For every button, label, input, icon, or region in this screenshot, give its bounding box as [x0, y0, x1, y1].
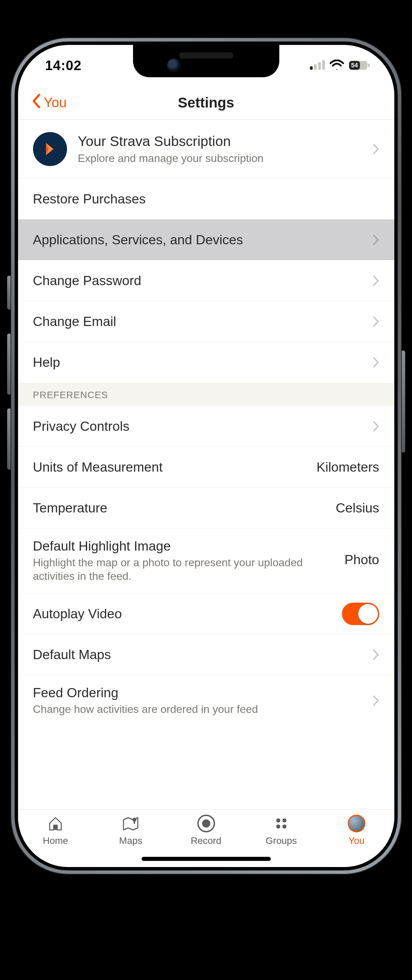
- row-temperature-value: Celsius: [336, 501, 379, 515]
- tab-record-label: Record: [191, 835, 221, 846]
- row-highlight-value: Photo: [345, 539, 379, 567]
- svg-rect-0: [310, 66, 313, 70]
- settings-list[interactable]: Your Strava Subscription Explore and man…: [18, 120, 394, 809]
- chevron-right-icon: [367, 356, 379, 368]
- autoplay-toggle[interactable]: [342, 603, 379, 625]
- row-subscription[interactable]: Your Strava Subscription Explore and man…: [18, 120, 394, 179]
- row-subscription-title: Your Strava Subscription: [78, 134, 360, 150]
- toggle-knob: [358, 604, 378, 624]
- tab-home-label: Home: [43, 835, 68, 846]
- row-help-title: Help: [33, 355, 360, 370]
- row-email-title: Change Email: [33, 314, 360, 329]
- chevron-left-icon: [32, 94, 41, 111]
- row-feed-ordering-title: Feed Ordering: [33, 685, 360, 700]
- back-label: You: [44, 95, 67, 110]
- maps-icon: [121, 814, 140, 833]
- svg-point-10: [202, 819, 210, 827]
- chevron-right-icon: [367, 275, 379, 286]
- svg-rect-6: [368, 64, 370, 67]
- svg-rect-1: [314, 64, 317, 70]
- row-default-maps[interactable]: Default Maps: [18, 634, 394, 675]
- page-title: Settings: [178, 95, 234, 111]
- battery-icon: 54: [349, 60, 371, 71]
- row-restore-purchases[interactable]: Restore Purchases: [18, 179, 394, 220]
- status-time: 14:02: [45, 58, 82, 73]
- svg-point-11: [276, 818, 280, 822]
- svg-rect-2: [318, 62, 321, 70]
- row-default-maps-title: Default Maps: [33, 647, 360, 662]
- row-units-title: Units of Measurement: [33, 460, 310, 475]
- row-temperature-title: Temperature: [33, 501, 329, 515]
- row-subscription-subtitle: Explore and manage your subscription: [78, 151, 360, 165]
- row-feed-ordering[interactable]: Feed Ordering Change how activities are …: [18, 675, 394, 725]
- row-temperature[interactable]: Temperature Celsius: [18, 488, 394, 528]
- device-inner: 14:02: [14, 41, 398, 870]
- row-restore-title: Restore Purchases: [33, 192, 372, 207]
- home-indicator[interactable]: [142, 857, 271, 861]
- tab-you[interactable]: You: [319, 810, 394, 867]
- tab-home[interactable]: Home: [18, 810, 93, 867]
- chevron-right-icon: [367, 316, 379, 327]
- row-units-value: Kilometers: [317, 460, 379, 475]
- svg-point-12: [282, 818, 286, 822]
- battery-percent: 54: [351, 62, 358, 69]
- status-right: 54: [310, 60, 371, 71]
- avatar: [348, 815, 365, 832]
- row-change-password[interactable]: Change Password: [18, 260, 394, 301]
- nav-header: You Settings: [18, 86, 394, 120]
- row-default-highlight-image[interactable]: Default Highlight Image Highlight the ma…: [18, 528, 394, 593]
- row-applications-services-devices[interactable]: Applications, Services, and Devices: [18, 220, 394, 260]
- avatar-icon: [348, 814, 365, 833]
- tab-groups-label: Groups: [266, 835, 297, 846]
- row-highlight-subtitle: Highlight the map or a photo to represen…: [33, 556, 338, 583]
- row-privacy-controls[interactable]: Privacy Controls: [18, 406, 394, 447]
- svg-point-13: [276, 824, 280, 829]
- svg-rect-7: [54, 825, 57, 830]
- home-icon: [47, 814, 64, 833]
- screen: 14:02: [18, 45, 394, 867]
- row-feed-ordering-subtitle: Change how activities are ordered in you…: [33, 702, 360, 716]
- svg-rect-3: [322, 60, 325, 70]
- chevron-right-icon: [367, 421, 379, 432]
- front-camera: [167, 59, 181, 72]
- tab-you-label: You: [348, 835, 364, 846]
- notch: [133, 45, 279, 77]
- tab-maps-label: Maps: [119, 835, 142, 846]
- section-header-preferences: PREFERENCES: [18, 383, 394, 406]
- row-autoplay-title: Autoplay Video: [33, 606, 335, 621]
- row-highlight-title: Default Highlight Image: [33, 539, 338, 554]
- wifi-icon: [330, 60, 344, 71]
- row-change-email[interactable]: Change Email: [18, 301, 394, 342]
- row-help[interactable]: Help: [18, 342, 394, 383]
- chevron-right-icon: [367, 143, 379, 155]
- chevron-right-icon: [367, 234, 379, 246]
- row-privacy-title: Privacy Controls: [33, 419, 360, 434]
- subscription-badge-icon: [33, 132, 67, 166]
- record-icon: [197, 814, 216, 833]
- row-apps-title: Applications, Services, and Devices: [33, 232, 360, 247]
- stage: 14:02: [0, 0, 412, 980]
- row-password-title: Change Password: [33, 273, 360, 288]
- chevron-right-icon: [367, 685, 379, 706]
- back-button[interactable]: You: [32, 86, 67, 119]
- device-bezel: 14:02: [11, 37, 402, 875]
- groups-icon: [273, 814, 290, 833]
- chevron-right-icon: [367, 649, 379, 660]
- cellular-icon: [310, 60, 325, 71]
- phone-frame: 14:02: [11, 37, 402, 875]
- row-units-of-measurement[interactable]: Units of Measurement Kilometers: [18, 447, 394, 488]
- svg-point-14: [282, 824, 286, 829]
- row-autoplay-video[interactable]: Autoplay Video: [18, 593, 394, 634]
